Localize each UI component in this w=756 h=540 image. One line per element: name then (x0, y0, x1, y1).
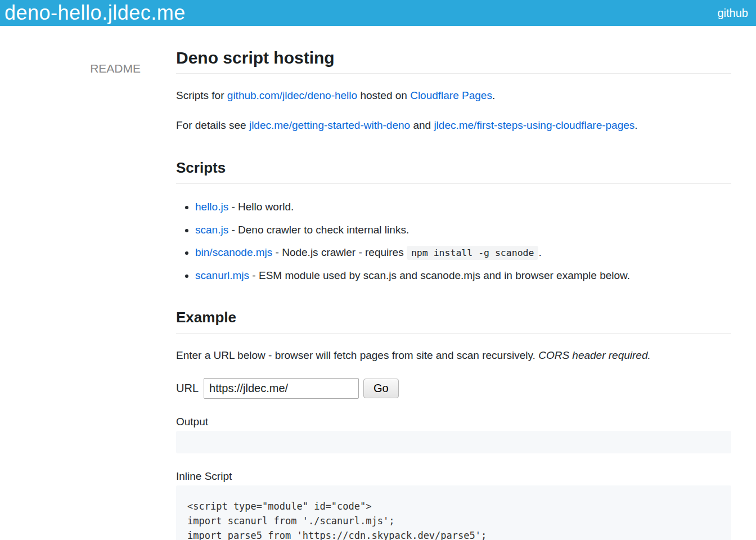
code-line: import scanurl from './scanurl.mjs'; (187, 514, 720, 528)
list-item: bin/scanode.mjs - Node.js crawler - requ… (195, 245, 731, 260)
go-button[interactable]: Go (363, 379, 399, 398)
inline-script-label: Inline Script (176, 470, 731, 483)
code-line: import parse5 from 'https://cdn.skypack.… (187, 528, 720, 540)
output-label: Output (176, 416, 731, 428)
scanode-mjs-link[interactable]: bin/scanode.mjs (195, 246, 272, 258)
github-link[interactable]: github (718, 7, 749, 20)
repo-link[interactable]: github.com/jldec/deno-hello (227, 89, 357, 101)
sidebar: README (0, 26, 176, 75)
inline-code: npm install -g scanode (407, 246, 539, 260)
scripts-list: hello.js - Hello world. scan.js - Deno c… (176, 200, 731, 283)
intro-paragraph: Scripts for github.com/jldec/deno-hello … (176, 88, 731, 104)
scan-js-link[interactable]: scan.js (195, 224, 228, 236)
main-content: Deno script hosting Scripts for github.c… (176, 26, 731, 540)
example-description: Enter a URL below - browser will fetch p… (176, 348, 731, 363)
example-heading: Example (176, 309, 731, 334)
code-line: <script type="module" id="code"> (187, 499, 720, 514)
page-body: README Deno script hosting Scripts for g… (0, 26, 756, 540)
getting-started-link[interactable]: jldec.me/getting-started-with-deno (249, 119, 410, 131)
inline-script-code-block: <script type="module" id="code">import s… (176, 485, 731, 540)
sidebar-item-readme[interactable]: README (90, 62, 141, 75)
url-form: URL Go (176, 378, 731, 399)
site-title-link[interactable]: deno-hello.jldec.me (4, 1, 186, 25)
first-steps-link[interactable]: jldec.me/first-steps-using-cloudflare-pa… (434, 119, 634, 131)
scripts-heading: Scripts (176, 159, 731, 184)
details-paragraph: For details see jldec.me/getting-started… (176, 118, 731, 133)
scanurl-mjs-link[interactable]: scanurl.mjs (195, 269, 249, 281)
url-input[interactable] (204, 378, 359, 399)
header: deno-hello.jldec.me github (0, 0, 756, 26)
cloudflare-pages-link[interactable]: Cloudflare Pages (410, 89, 492, 101)
cors-note: CORS header required. (538, 349, 651, 361)
list-item: hello.js - Hello world. (195, 200, 731, 214)
list-item: scanurl.mjs - ESM module used by scan.js… (195, 268, 731, 283)
output-box (176, 431, 731, 453)
page-title: Deno script hosting (176, 48, 731, 74)
url-label: URL (176, 382, 199, 395)
hello-js-link[interactable]: hello.js (195, 201, 228, 213)
intro-text: Scripts for (176, 89, 227, 101)
list-item: scan.js - Deno crawler to check internal… (195, 223, 731, 237)
